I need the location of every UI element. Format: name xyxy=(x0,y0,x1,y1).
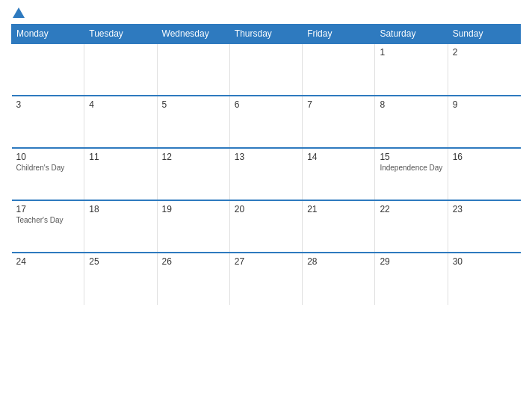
day-number: 8 xyxy=(380,99,442,110)
calendar-header: MondayTuesdayWednesdayThursdayFridaySatu… xyxy=(12,25,521,44)
day-number: 4 xyxy=(89,99,152,110)
calendar-cell: 17Teacher's Day xyxy=(12,200,84,253)
event-label: Teacher's Day xyxy=(16,216,80,224)
calendar-cell: 8 xyxy=(375,96,448,148)
weekday-header-sunday: Sunday xyxy=(448,25,520,44)
calendar-table: MondayTuesdayWednesdayThursdayFridaySatu… xyxy=(11,24,521,305)
day-number: 1 xyxy=(380,47,442,58)
event-label: Children's Day xyxy=(16,164,80,172)
calendar-cell xyxy=(12,43,84,96)
calendar-cell: 30 xyxy=(448,253,520,305)
day-number: 5 xyxy=(162,99,225,110)
weekday-header-friday: Friday xyxy=(303,25,375,44)
calendar-cell xyxy=(229,43,302,96)
day-number: 27 xyxy=(235,256,297,267)
calendar-cell: 25 xyxy=(84,253,157,305)
calendar-cell: 12 xyxy=(157,148,229,200)
logo xyxy=(11,7,26,18)
weekday-header-wednesday: Wednesday xyxy=(157,25,229,44)
day-number: 15 xyxy=(380,152,442,162)
calendar-cell: 24 xyxy=(12,253,84,305)
day-number: 14 xyxy=(307,152,370,162)
day-number: 3 xyxy=(16,99,80,110)
day-number: 2 xyxy=(453,47,516,58)
weekday-header-row: MondayTuesdayWednesdayThursdayFridaySatu… xyxy=(12,25,521,44)
day-number: 19 xyxy=(162,204,225,214)
weekday-header-monday: Monday xyxy=(12,25,84,44)
calendar-page: MondayTuesdayWednesdayThursdayFridaySatu… xyxy=(0,0,532,411)
calendar-cell: 2 xyxy=(448,43,520,96)
calendar-cell: 26 xyxy=(157,253,229,305)
weekday-header-saturday: Saturday xyxy=(375,25,448,44)
calendar-cell: 1 xyxy=(375,43,448,96)
weekday-header-tuesday: Tuesday xyxy=(84,25,157,44)
calendar-cell: 7 xyxy=(303,96,375,148)
calendar-cell: 9 xyxy=(448,96,520,148)
calendar-cell: 18 xyxy=(84,200,157,253)
week-row-4: 17Teacher's Day181920212223 xyxy=(12,200,521,253)
day-number: 17 xyxy=(16,204,80,214)
day-number: 10 xyxy=(16,152,80,162)
calendar-cell: 6 xyxy=(229,96,302,148)
day-number: 22 xyxy=(380,204,442,214)
calendar-cell: 15Independence Day xyxy=(375,148,448,200)
week-row-2: 3456789 xyxy=(12,96,521,148)
week-row-1: 12 xyxy=(12,43,521,96)
day-number: 13 xyxy=(235,152,297,162)
calendar-cell: 5 xyxy=(157,96,229,148)
day-number: 20 xyxy=(235,204,297,214)
calendar-cell: 21 xyxy=(303,200,375,253)
day-number: 9 xyxy=(453,99,516,110)
calendar-cell: 19 xyxy=(157,200,229,253)
calendar-cell: 16 xyxy=(448,148,520,200)
calendar-cell xyxy=(303,43,375,96)
calendar-cell: 4 xyxy=(84,96,157,148)
calendar-cell: 28 xyxy=(303,253,375,305)
calendar-cell xyxy=(157,43,229,96)
day-number: 16 xyxy=(453,152,516,162)
calendar-cell: 10Children's Day xyxy=(12,148,84,200)
header xyxy=(11,7,521,18)
calendar-cell: 13 xyxy=(229,148,302,200)
day-number: 11 xyxy=(89,152,152,162)
event-label: Independence Day xyxy=(380,164,442,172)
day-number: 25 xyxy=(89,256,152,267)
day-number: 28 xyxy=(307,256,370,267)
calendar-body: 12345678910Children's Day1112131415Indep… xyxy=(12,43,521,305)
day-number: 7 xyxy=(307,99,370,110)
day-number: 26 xyxy=(162,256,225,267)
calendar-cell: 3 xyxy=(12,96,84,148)
day-number: 21 xyxy=(307,204,370,214)
calendar-cell xyxy=(84,43,157,96)
day-number: 12 xyxy=(162,152,225,162)
day-number: 23 xyxy=(453,204,516,214)
calendar-cell: 11 xyxy=(84,148,157,200)
calendar-cell: 29 xyxy=(375,253,448,305)
calendar-cell: 27 xyxy=(229,253,302,305)
logo-triangle-icon xyxy=(13,7,25,18)
day-number: 18 xyxy=(89,204,152,214)
calendar-cell: 20 xyxy=(229,200,302,253)
weekday-header-thursday: Thursday xyxy=(229,25,302,44)
week-row-3: 10Children's Day1112131415Independence D… xyxy=(12,148,521,200)
calendar-cell: 14 xyxy=(303,148,375,200)
week-row-5: 24252627282930 xyxy=(12,253,521,305)
day-number: 30 xyxy=(453,256,516,267)
calendar-cell: 22 xyxy=(375,200,448,253)
calendar-cell: 23 xyxy=(448,200,520,253)
day-number: 24 xyxy=(16,256,80,267)
day-number: 6 xyxy=(235,99,297,110)
day-number: 29 xyxy=(380,256,442,267)
